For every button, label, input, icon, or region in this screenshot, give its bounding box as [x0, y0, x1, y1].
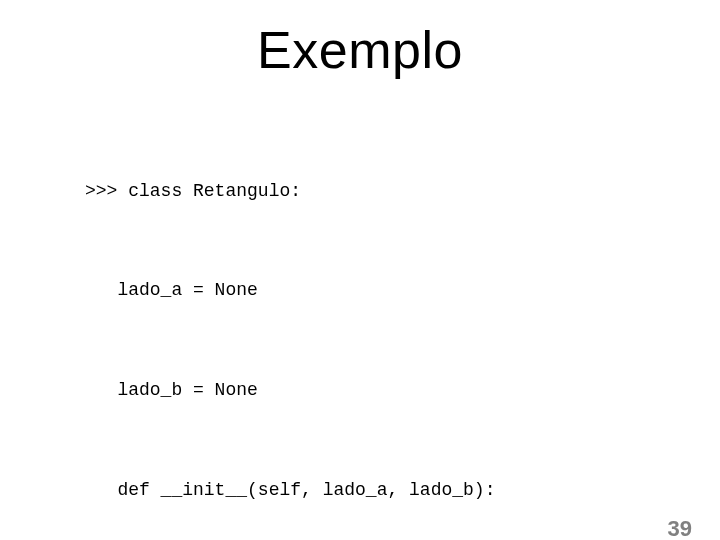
code-line: def __init__(self, lado_a, lado_b): [85, 474, 680, 507]
slide: Exemplo >>> class Retangulo: lado_a = No… [0, 20, 720, 540]
slide-title: Exemplo [0, 20, 720, 80]
code-line: lado_b = None [85, 374, 680, 407]
code-line: >>> class Retangulo: [85, 175, 680, 208]
page-number: 39 [668, 516, 692, 540]
code-line: lado_a = None [85, 274, 680, 307]
code-block: >>> class Retangulo: lado_a = None lado_… [85, 108, 680, 540]
